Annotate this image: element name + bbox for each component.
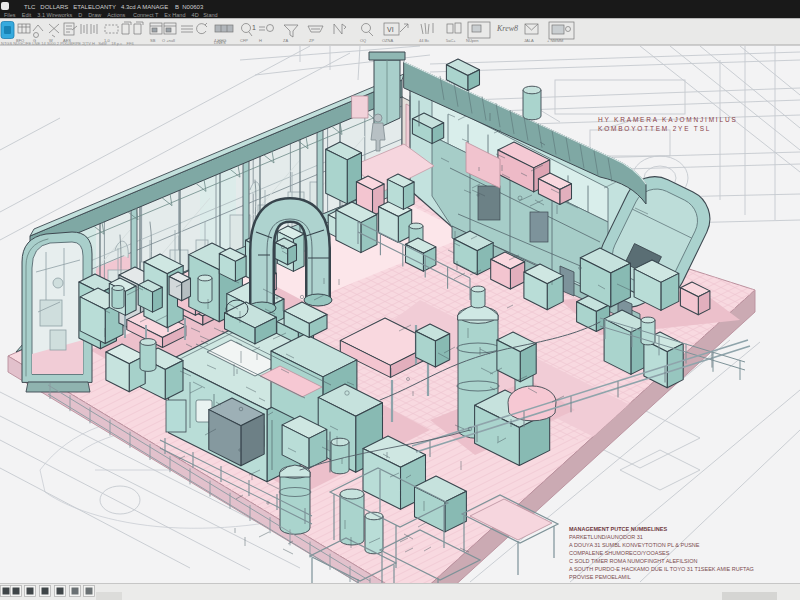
svg-text:OZNA: OZNA [382,38,393,43]
svg-text:PARKETLUND/AUNODOR 31: PARKETLUND/AUNODOR 31 [569,534,643,540]
svg-text:PROVISE PEMOELAMIL: PROVISE PEMOELAMIL [569,574,631,580]
svg-text:HY KRAMERA KAJOMNJIMILUS: HY KRAMERA KAJOMNJIMILUS [598,116,738,123]
svg-text:Files Edit 3.1 Wireworks: Files Edit 3.1 Wireworks D Draw Actions … [4,12,218,18]
svg-text:SB: SB [150,38,156,43]
svg-text:44 Bc: 44 Bc [419,38,429,43]
svg-text:OQ: OQ [360,38,366,43]
svg-text:TLC DOLLARS ETALELOANTY: TLC DOLLARS ETALELOANTY 4.3cd A MANAGE B… [24,4,204,10]
svg-text:A DOUYA 31 SUMBL KONVEYTOTION: A DOUYA 31 SUMBL KONVEYTOTION PL & PUSNE [569,542,700,548]
svg-text:VI: VI [387,26,394,33]
svg-text:JALA: JALA [524,38,534,43]
svg-text:LINES: LINES [214,40,226,45]
svg-text:5aC+: 5aC+ [446,38,456,43]
svg-text:ZA: ZA [283,38,288,43]
svg-text:O +null: O +null [162,38,175,43]
svg-text:CFP: CFP [240,38,248,43]
svg-text:ZP: ZP [309,38,314,43]
svg-text:C SOLD TIMER ROMA NUMOFINGHT A: C SOLD TIMER ROMA NUMOFINGHT ALEFILSION [569,558,697,564]
svg-text:MANAGEMENT PUTCE NUMBELINES: MANAGEMENT PUTCE NUMBELINES [569,526,667,532]
svg-text:A SOUTH PURDO-E HACKAMO DUE IL: A SOUTH PURDO-E HACKAMO DUE IL TOYO 31 T… [569,566,754,572]
svg-text:1: 1 [252,24,256,31]
svg-text:COMPALENE SHUMORECO/YOOASES: COMPALENE SHUMORECO/YOOASES [569,550,670,556]
svg-text:Krew8: Krew8 [496,24,518,33]
svg-text:H: H [259,38,262,43]
svg-text:NTGS NUGC/FE LNE 14 3000 2 PIX: NTGS NUGC/FE LNE 14 3000 2 PIXUBFIPE 2(T… [1,41,134,46]
svg-text:+ NMMM: + NMMM [547,38,563,43]
svg-text:KOMBOYOTTEM 2YE TSL: KOMBOYOTTEM 2YE TSL [598,125,711,132]
svg-text:NUpen: NUpen [466,38,478,43]
